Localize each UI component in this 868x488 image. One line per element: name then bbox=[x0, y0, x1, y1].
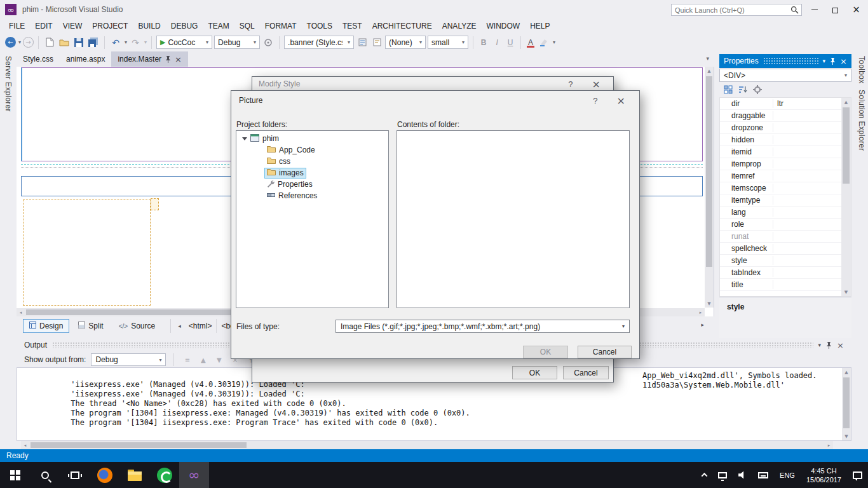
pin-icon[interactable] bbox=[165, 56, 171, 63]
property-row[interactable]: itemprop bbox=[720, 158, 841, 170]
tray-network-button[interactable] bbox=[712, 462, 733, 488]
save-all-icon[interactable] bbox=[87, 36, 100, 49]
scrollbar-thumb[interactable] bbox=[706, 76, 712, 267]
property-row[interactable]: spellcheck bbox=[720, 243, 841, 255]
language-indicator[interactable]: ENG bbox=[774, 462, 801, 488]
tree-item[interactable]: App_Code bbox=[236, 144, 388, 156]
property-row[interactable]: role bbox=[720, 219, 841, 231]
close-icon[interactable]: × bbox=[837, 341, 844, 350]
configuration-combo[interactable]: Debug ▾ bbox=[214, 36, 260, 49]
quick-launch-box[interactable] bbox=[671, 4, 802, 16]
property-row[interactable]: itemid bbox=[720, 146, 841, 158]
menu-item[interactable]: HELP bbox=[525, 19, 555, 33]
menu-item[interactable]: ANALYZE bbox=[437, 19, 482, 33]
property-row[interactable]: runat bbox=[720, 231, 841, 243]
split-view-button[interactable]: Split bbox=[72, 319, 109, 333]
help-icon[interactable]: ? bbox=[568, 79, 573, 89]
files-of-type-combo[interactable]: Image Files (*.gif;*.jpg;*.jpeg;*.bmp;*.… bbox=[336, 320, 630, 333]
menu-item[interactable]: FORMAT bbox=[260, 19, 302, 33]
task-view-button[interactable] bbox=[60, 462, 90, 488]
ok-button[interactable]: OK bbox=[512, 366, 557, 379]
pin-icon[interactable] bbox=[830, 58, 836, 65]
grid-vertical-scrollbar[interactable]: ▲ ▼ bbox=[841, 98, 851, 296]
undo-dropdown-icon[interactable]: ▾ bbox=[125, 39, 127, 45]
window-position-icon[interactable]: ▾ bbox=[823, 58, 826, 64]
firefox-button[interactable] bbox=[90, 462, 119, 488]
tag-nav-left-icon[interactable]: ◂ bbox=[175, 323, 184, 329]
property-row[interactable]: tabIndex bbox=[720, 267, 841, 279]
tree-item[interactable]: Properties bbox=[236, 179, 388, 190]
property-row[interactable]: itemscope bbox=[720, 182, 841, 194]
property-row[interactable]: itemtype bbox=[720, 194, 841, 207]
undo-icon[interactable]: ↶ bbox=[109, 36, 122, 49]
css-rule-combo[interactable]: .banner (Style.cs ▾ bbox=[284, 36, 354, 49]
properties-title-bar[interactable]: Properties ▾ × bbox=[719, 54, 851, 68]
dialog-title-bar[interactable]: Modify Style ? × bbox=[252, 77, 613, 91]
scroll-down-icon[interactable]: ▼ bbox=[842, 432, 851, 440]
design-view-button[interactable]: Design bbox=[23, 319, 69, 333]
highlight-color-icon[interactable] bbox=[538, 36, 550, 49]
property-row[interactable]: draggable bbox=[720, 110, 841, 122]
find-message-icon[interactable]: ≡ bbox=[182, 355, 193, 365]
tray-chevron-button[interactable] bbox=[696, 462, 712, 488]
pin-icon[interactable] bbox=[826, 342, 832, 349]
scroll-up-icon[interactable]: ▲ bbox=[841, 98, 851, 106]
menu-item[interactable]: TEST bbox=[337, 19, 367, 33]
property-row[interactable]: hidden bbox=[720, 134, 841, 146]
property-row[interactable]: style bbox=[720, 255, 841, 267]
toolbar-overflow-icon[interactable]: ▾ bbox=[553, 39, 555, 45]
tree-item[interactable]: References bbox=[236, 190, 388, 201]
new-file-icon[interactable] bbox=[43, 36, 56, 49]
scrollbar-thumb[interactable] bbox=[843, 107, 850, 184]
target-rule-combo[interactable]: (None) ▾ bbox=[385, 36, 426, 49]
source-view-button[interactable]: </> Source bbox=[112, 319, 162, 333]
style-sheet-icon[interactable] bbox=[356, 36, 369, 49]
scroll-right-icon[interactable]: ▸ bbox=[696, 308, 705, 316]
document-tab[interactable]: index.Master × bbox=[111, 51, 188, 67]
cancel-button[interactable]: Cancel bbox=[563, 366, 609, 379]
tray-volume-button[interactable] bbox=[733, 462, 752, 488]
menu-item[interactable]: TEAM bbox=[203, 19, 234, 33]
scroll-down-icon[interactable]: ▼ bbox=[841, 288, 851, 296]
menu-item[interactable]: EDIT bbox=[30, 19, 57, 33]
scroll-right-icon[interactable]: ▸ bbox=[825, 441, 833, 449]
italic-button[interactable]: I bbox=[491, 38, 503, 47]
menu-item[interactable]: PROJECT bbox=[87, 19, 133, 33]
underline-button[interactable]: U bbox=[505, 38, 516, 47]
quick-launch-input[interactable] bbox=[672, 6, 790, 14]
close-icon[interactable]: × bbox=[840, 57, 847, 66]
sidebar-tab-server-explorer[interactable]: Server Explorer bbox=[4, 56, 13, 112]
chevron-expanded-icon[interactable] bbox=[242, 137, 247, 140]
tree-item[interactable]: css bbox=[236, 156, 388, 167]
tag-html[interactable]: <html> bbox=[184, 319, 217, 333]
dialog-title-bar[interactable]: Picture ? × bbox=[231, 91, 639, 110]
start-debug-button[interactable]: ▶ CocCoc ▾ bbox=[156, 36, 212, 49]
property-row[interactable]: dir ltr bbox=[720, 98, 841, 110]
font-color-button[interactable]: A bbox=[526, 38, 536, 47]
project-folders-tree[interactable]: phim App_Code css bbox=[236, 130, 389, 308]
previous-message-icon[interactable]: ▲ bbox=[198, 355, 208, 365]
output-horizontal-scrollbar[interactable]: ◂ ▸ bbox=[21, 441, 833, 449]
scroll-left-icon[interactable]: ◂ bbox=[21, 441, 29, 449]
property-row[interactable]: title bbox=[720, 279, 841, 291]
tree-root-item[interactable]: phim bbox=[236, 133, 388, 144]
help-icon[interactable]: ? bbox=[593, 96, 597, 105]
scroll-left-icon[interactable]: ◂ bbox=[17, 308, 25, 316]
scrollbar-thumb[interactable] bbox=[843, 377, 850, 428]
menu-item[interactable]: SQL bbox=[234, 19, 260, 33]
start-button[interactable] bbox=[0, 462, 30, 488]
document-tab[interactable]: Style.css × bbox=[17, 51, 60, 67]
drag-handle[interactable] bbox=[763, 57, 818, 65]
menu-item[interactable]: DEBUG bbox=[166, 19, 203, 33]
folder-contents-list[interactable] bbox=[397, 130, 630, 308]
coccoc-button[interactable] bbox=[149, 462, 179, 488]
close-icon[interactable]: × bbox=[592, 78, 600, 90]
tree-item[interactable]: images bbox=[236, 167, 388, 179]
back-dropdown-icon[interactable]: ▾ bbox=[18, 39, 21, 45]
property-row[interactable]: lang bbox=[720, 207, 841, 219]
property-value[interactable]: ltr bbox=[773, 99, 841, 108]
restore-button[interactable] bbox=[825, 0, 846, 19]
menu-item[interactable]: TOOLS bbox=[302, 19, 337, 33]
property-row[interactable]: dropzone bbox=[720, 122, 841, 134]
menu-item[interactable]: BUILD bbox=[133, 19, 165, 33]
